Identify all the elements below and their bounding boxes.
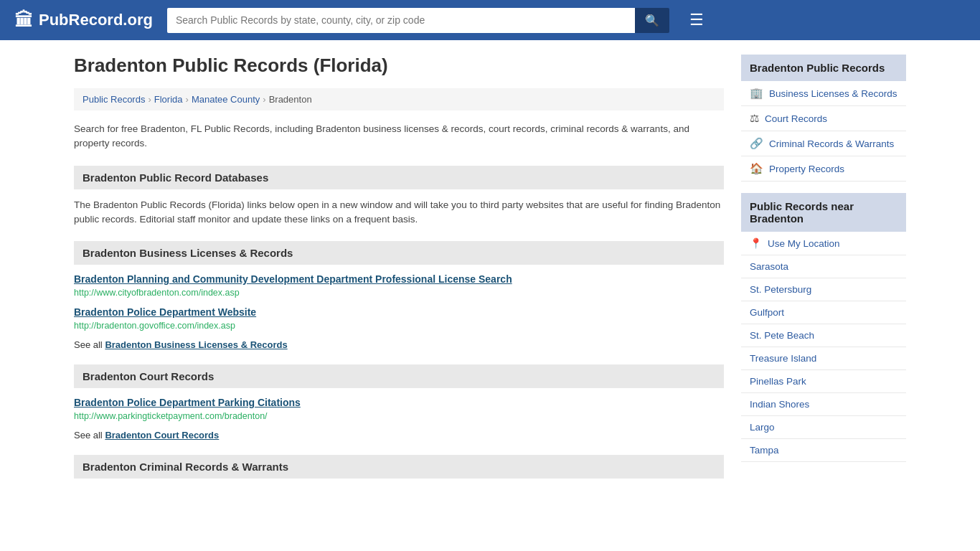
- menu-button[interactable]: ☰: [684, 8, 710, 32]
- breadcrumb: Public Records › Florida › Manatee Count…: [74, 88, 724, 110]
- section-header-business: Bradenton Business Licenses & Records: [74, 241, 724, 265]
- nearby-label-st-pete-beach: St. Pete Beach: [750, 330, 814, 341]
- sidebar-label-property: Property Records: [769, 164, 844, 174]
- logo-icon: 🏛: [14, 9, 33, 32]
- sidebar: Bradenton Public Records 🏢 Business Lice…: [741, 55, 906, 487]
- see-all-court-link[interactable]: Bradenton Court Records: [105, 430, 219, 441]
- page-title: Bradenton Public Records (Florida): [74, 55, 724, 77]
- sidebar-item-property[interactable]: 🏠 Property Records: [741, 156, 906, 182]
- see-all-business-link[interactable]: Bradenton Business Licenses & Records: [105, 339, 287, 350]
- sidebar-records-title: Bradenton Public Records: [741, 55, 906, 81]
- use-location-label: Use My Location: [768, 238, 840, 249]
- search-icon: 🔍: [645, 14, 659, 27]
- link-bradenton-planning[interactable]: Bradenton Planning and Community Develop…: [74, 273, 724, 285]
- site-header: 🏛 PubRecord.org 🔍 ☰: [0, 0, 980, 40]
- criminal-icon: 🔗: [750, 137, 763, 150]
- link-parking-citations[interactable]: Bradenton Police Department Parking Cita…: [74, 397, 724, 408]
- logo-text: PubRecord.org: [39, 11, 153, 29]
- search-container: 🔍: [167, 8, 669, 33]
- nearby-label-pinellas-park: Pinellas Park: [750, 376, 806, 387]
- nearby-label-gulfport: Gulfport: [750, 307, 784, 318]
- business-icon: 🏢: [750, 87, 763, 100]
- site-logo[interactable]: 🏛 PubRecord.org: [14, 9, 153, 32]
- breadcrumb-public-records[interactable]: Public Records: [83, 94, 145, 105]
- sidebar-label-criminal: Criminal Records & Warrants: [769, 138, 894, 149]
- sidebar-item-court[interactable]: ⚖ Court Records: [741, 106, 906, 131]
- sidebar-nearby-st-petersburg[interactable]: St. Petersburg: [741, 278, 906, 301]
- court-links: Bradenton Police Department Parking Cita…: [74, 397, 724, 421]
- sidebar-nearby-largo[interactable]: Largo: [741, 416, 906, 439]
- nearby-label-st-petersburg: St. Petersburg: [750, 284, 811, 295]
- search-input[interactable]: [167, 8, 635, 33]
- breadcrumb-sep-3: ›: [263, 94, 265, 105]
- court-icon: ⚖: [750, 112, 759, 125]
- sidebar-nearby-sarasota[interactable]: Sarasota: [741, 255, 906, 278]
- url-bradenton-police-website: http://bradenton.govoffice.com/index.asp: [74, 321, 724, 331]
- sidebar-nearby-treasure-island[interactable]: Treasure Island: [741, 347, 906, 370]
- sidebar-nearby-indian-shores[interactable]: Indian Shores: [741, 393, 906, 416]
- location-pin-icon: 📍: [750, 237, 762, 249]
- sidebar-label-court: Court Records: [765, 113, 827, 124]
- sidebar-nearby-pinellas-park[interactable]: Pinellas Park: [741, 370, 906, 393]
- main-container: Bradenton Public Records (Florida) Publi…: [60, 40, 920, 501]
- business-links: Bradenton Planning and Community Develop…: [74, 273, 724, 331]
- url-bradenton-planning: http://www.cityofbradenton.com/index.asp: [74, 288, 724, 298]
- hamburger-icon: ☰: [689, 11, 704, 29]
- property-icon: 🏠: [750, 162, 763, 175]
- nearby-label-sarasota: Sarasota: [750, 261, 788, 272]
- see-all-court: See all Bradenton Court Records: [74, 430, 724, 441]
- sidebar-nearby-gulfport[interactable]: Gulfport: [741, 301, 906, 324]
- section-header-criminal: Bradenton Criminal Records & Warrants: [74, 455, 724, 479]
- sidebar-item-business[interactable]: 🏢 Business Licenses & Records: [741, 81, 906, 106]
- nearby-label-treasure-island: Treasure Island: [750, 353, 816, 364]
- content-area: Bradenton Public Records (Florida) Publi…: [74, 55, 724, 487]
- nearby-label-tampa: Tampa: [750, 445, 779, 456]
- url-parking-citations: http://www.parkingticketpayment.com/brad…: [74, 411, 724, 421]
- nearby-label-largo: Largo: [750, 422, 775, 433]
- section-text-databases: The Bradenton Public Records (Florida) l…: [74, 198, 724, 227]
- nearby-label-indian-shores: Indian Shores: [750, 399, 809, 410]
- link-bradenton-police-website[interactable]: Bradenton Police Department Website: [74, 306, 724, 318]
- breadcrumb-manatee-county[interactable]: Manatee County: [192, 94, 260, 105]
- section-header-court: Bradenton Court Records: [74, 364, 724, 388]
- breadcrumb-bradenton: Bradenton: [269, 94, 312, 105]
- breadcrumb-florida[interactable]: Florida: [154, 94, 183, 105]
- section-header-databases: Bradenton Public Record Databases: [74, 166, 724, 189]
- intro-text: Search for free Bradenton, FL Public Rec…: [74, 122, 724, 151]
- search-button[interactable]: 🔍: [635, 8, 669, 33]
- see-all-business: See all Bradenton Business Licenses & Re…: [74, 339, 724, 350]
- sidebar-use-location[interactable]: 📍 Use My Location: [741, 232, 906, 255]
- sidebar-label-business: Business Licenses & Records: [769, 88, 897, 99]
- sidebar-item-criminal[interactable]: 🔗 Criminal Records & Warrants: [741, 131, 906, 156]
- breadcrumb-sep-2: ›: [186, 94, 189, 105]
- sidebar-nearby-st-pete-beach[interactable]: St. Pete Beach: [741, 324, 906, 347]
- breadcrumb-sep-1: ›: [148, 94, 151, 105]
- sidebar-nearby-title: Public Records near Bradenton: [741, 193, 906, 232]
- sidebar-nearby-tampa[interactable]: Tampa: [741, 439, 906, 462]
